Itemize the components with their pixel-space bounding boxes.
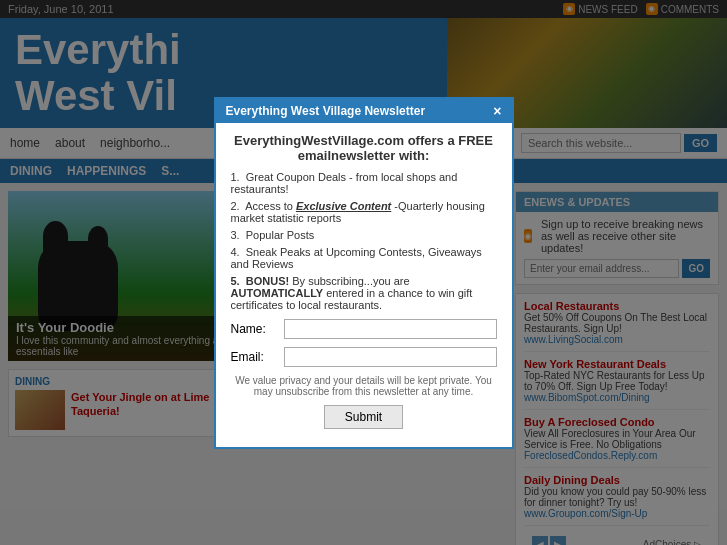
- modal-item-2: 2. Access to Exclusive Content -Quarterl…: [231, 200, 497, 224]
- name-form-row: Name:: [231, 319, 497, 339]
- modal-body: EverythingWestVillage.com offers a FREE …: [216, 123, 512, 447]
- email-label: Email:: [231, 350, 276, 364]
- modal-item-4: 4. Sneak Peaks at Upcoming Contests, Giv…: [231, 246, 497, 270]
- modal-close-button[interactable]: ×: [493, 104, 501, 118]
- modal-subtitle: EverythingWestVillage.com offers a FREE …: [231, 133, 497, 163]
- modal-title: Everything West Village Newsletter: [226, 104, 426, 118]
- submit-button[interactable]: Submit: [324, 405, 403, 429]
- bonus-label: 5. BONUS!: [231, 275, 290, 287]
- modal-item-1: 1. Great Coupon Deals - from local shops…: [231, 171, 497, 195]
- modal-overlay[interactable]: Everything West Village Newsletter × Eve…: [0, 0, 727, 545]
- auto-label: AUTOMATICALLY: [231, 287, 324, 299]
- privacy-text: We value privacy and your details will b…: [231, 375, 497, 397]
- name-label: Name:: [231, 322, 276, 336]
- modal-item-5: 5. BONUS! By subscribing...you are AUTOM…: [231, 275, 497, 311]
- modal-header: Everything West Village Newsletter ×: [216, 99, 512, 123]
- modal-item-3: 3. Popular Posts: [231, 229, 497, 241]
- email-form-row: Email:: [231, 347, 497, 367]
- email-input[interactable]: [284, 347, 497, 367]
- name-input[interactable]: [284, 319, 497, 339]
- exclusive-label: Exclusive Content: [296, 200, 391, 212]
- newsletter-modal: Everything West Village Newsletter × Eve…: [214, 97, 514, 449]
